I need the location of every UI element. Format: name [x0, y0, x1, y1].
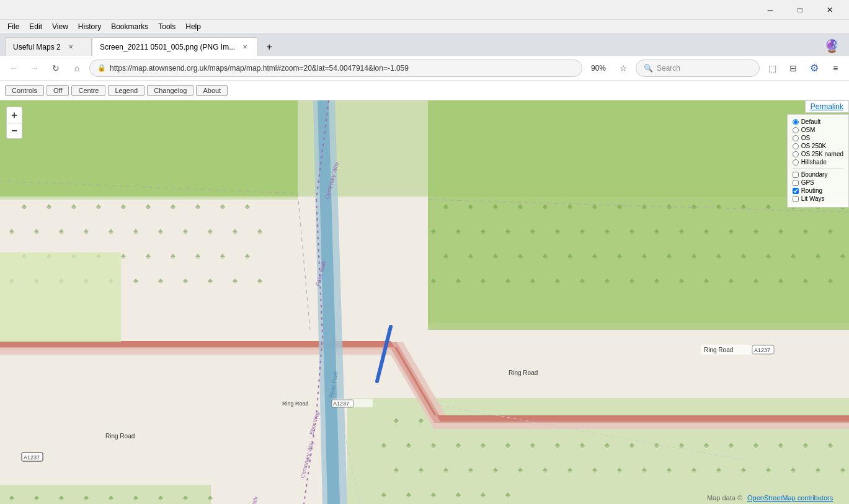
search-bar[interactable]: 🔍 Search	[636, 60, 760, 77]
svg-text:A1237: A1237	[24, 454, 40, 461]
tab-screenshot[interactable]: Screen_20211 0501_005.png (PNG Im... ✕	[92, 37, 258, 56]
settings-button[interactable]: ⚙	[806, 60, 823, 77]
svg-text:♣: ♣	[753, 227, 758, 236]
layer-radio-hillshade[interactable]	[793, 159, 799, 166]
centre-button[interactable]: Centre	[71, 85, 105, 96]
layer-label-os: OS	[801, 135, 810, 141]
menu-edit[interactable]: Edit	[24, 21, 47, 32]
minimize-button[interactable]: ─	[756, 0, 785, 20]
layer-check-routing[interactable]	[793, 188, 799, 194]
svg-text:♣: ♣	[741, 252, 746, 260]
svg-text:♣: ♣	[691, 202, 696, 211]
url-bar[interactable]: 🔒 https://map.atownsend.org.uk/maps/map/…	[89, 60, 582, 77]
tab-label: Screen_20211 0501_005.png (PNG Im...	[100, 43, 235, 51]
svg-text:♣: ♣	[530, 441, 535, 449]
home-button[interactable]: ⌂	[68, 60, 86, 77]
tab-label: Useful Maps 2	[13, 43, 61, 51]
svg-text:♣: ♣	[394, 466, 399, 474]
svg-text:♣: ♣	[828, 276, 833, 285]
close-button[interactable]: ✕	[816, 0, 844, 20]
svg-text:♣: ♣	[456, 441, 461, 449]
svg-text:♣: ♣	[456, 227, 461, 236]
svg-text:♣: ♣	[704, 276, 709, 285]
sidebar-button[interactable]: ⊟	[785, 60, 802, 77]
tab-bar: Useful Maps 2 ✕ Screen_20211 0501_005.pn…	[0, 33, 849, 56]
svg-text:♣: ♣	[34, 493, 39, 502]
layer-radio-osm[interactable]	[793, 127, 799, 133]
menu-bookmarks[interactable]: Bookmarks	[106, 21, 153, 32]
svg-text:♣: ♣	[481, 227, 486, 236]
layer-label-litways: Lit Ways	[801, 195, 825, 202]
map-toolbar: Controls Off Centre Legend Changelog Abo…	[0, 81, 849, 100]
svg-text:♣: ♣	[580, 227, 585, 236]
forward-button[interactable]: →	[26, 60, 43, 77]
svg-text:♣: ♣	[778, 276, 783, 285]
layer-radio-default[interactable]	[793, 119, 799, 125]
new-tab-button[interactable]: +	[260, 38, 278, 56]
search-placeholder: Search	[657, 64, 680, 73]
layer-panel: Default OSM OS OS 250K OS 25K named Hill…	[787, 114, 849, 208]
reload-button[interactable]: ↻	[47, 60, 64, 77]
permalink[interactable]: Permalink	[805, 100, 849, 113]
svg-text:♣: ♣	[47, 202, 51, 211]
svg-text:♣: ♣	[233, 276, 238, 285]
bookmark-button[interactable]: ☆	[615, 60, 632, 77]
menu-help[interactable]: Help	[180, 21, 206, 32]
off-button[interactable]: Off	[47, 85, 69, 96]
svg-text:♣: ♣	[245, 252, 250, 260]
layer-radio-os[interactable]	[793, 135, 799, 141]
tab-close-useful-maps[interactable]: ✕	[66, 42, 76, 51]
maximize-button[interactable]: □	[786, 0, 814, 20]
zoom-out-button[interactable]: −	[6, 123, 22, 139]
controls-button[interactable]: Controls	[5, 85, 44, 96]
svg-marker-5	[428, 100, 849, 330]
tab-close-screenshot[interactable]: ✕	[240, 42, 250, 51]
svg-text:♣: ♣	[567, 202, 572, 211]
svg-marker-4	[0, 100, 298, 197]
svg-text:♣: ♣	[431, 276, 436, 285]
menu-button[interactable]: ≡	[827, 60, 844, 77]
svg-text:♣: ♣	[605, 276, 610, 285]
layer-radio-os25k[interactable]	[793, 151, 799, 157]
layer-check-gps[interactable]	[793, 180, 799, 186]
layer-check-litways[interactable]	[793, 196, 799, 202]
svg-text:♣: ♣	[381, 441, 386, 449]
zoom-in-button[interactable]: +	[6, 107, 22, 123]
tab-useful-maps[interactable]: Useful Maps 2 ✕	[5, 37, 92, 56]
svg-text:OpenStreetMap contributors: OpenStreetMap contributors	[747, 494, 833, 502]
svg-text:♣: ♣	[419, 466, 424, 474]
layer-check-boundary[interactable]	[793, 172, 799, 178]
menu-view[interactable]: View	[47, 21, 73, 32]
svg-text:♣: ♣	[34, 227, 39, 236]
menu-history[interactable]: History	[73, 21, 106, 32]
svg-text:♣: ♣	[654, 276, 659, 285]
svg-text:♣: ♣	[22, 202, 27, 211]
map-container[interactable]: ♣♣♣♣♣♣♣♣♣♣ ♣♣♣♣♣♣♣♣♣♣♣♣♣♣♣♣♣ ♣♣♣♣♣♣♣♣♣♣♣…	[0, 100, 849, 504]
svg-text:♣: ♣	[629, 227, 634, 236]
svg-text:♣: ♣	[729, 441, 734, 449]
svg-text:♣: ♣	[642, 252, 647, 260]
changelog-button[interactable]: Changelog	[147, 85, 193, 96]
svg-text:♣: ♣	[741, 466, 746, 474]
svg-text:♣: ♣	[505, 276, 510, 285]
extensions-button[interactable]: ⬚	[763, 60, 781, 77]
svg-text:♣: ♣	[171, 202, 176, 211]
svg-text:♣: ♣	[716, 252, 721, 260]
svg-text:♣: ♣	[803, 441, 808, 449]
svg-text:♣: ♣	[220, 202, 225, 211]
svg-text:♣: ♣	[828, 441, 833, 449]
svg-text:♣: ♣	[183, 493, 188, 502]
back-button[interactable]: ←	[5, 60, 22, 77]
svg-text:♣: ♣	[208, 276, 213, 285]
svg-text:♣: ♣	[716, 466, 721, 474]
layer-radio-os250k[interactable]	[793, 143, 799, 149]
svg-text:♣: ♣	[592, 466, 597, 474]
map-svg: ♣♣♣♣♣♣♣♣♣♣ ♣♣♣♣♣♣♣♣♣♣♣♣♣♣♣♣♣ ♣♣♣♣♣♣♣♣♣♣♣…	[0, 100, 849, 504]
menu-file[interactable]: File	[2, 21, 24, 32]
svg-text:♣: ♣	[59, 493, 64, 502]
svg-text:♣: ♣	[133, 227, 138, 236]
svg-text:Ring Road: Ring Road	[509, 369, 538, 376]
legend-button[interactable]: Legend	[108, 85, 144, 96]
about-button[interactable]: About	[196, 85, 228, 96]
menu-tools[interactable]: Tools	[153, 21, 180, 32]
